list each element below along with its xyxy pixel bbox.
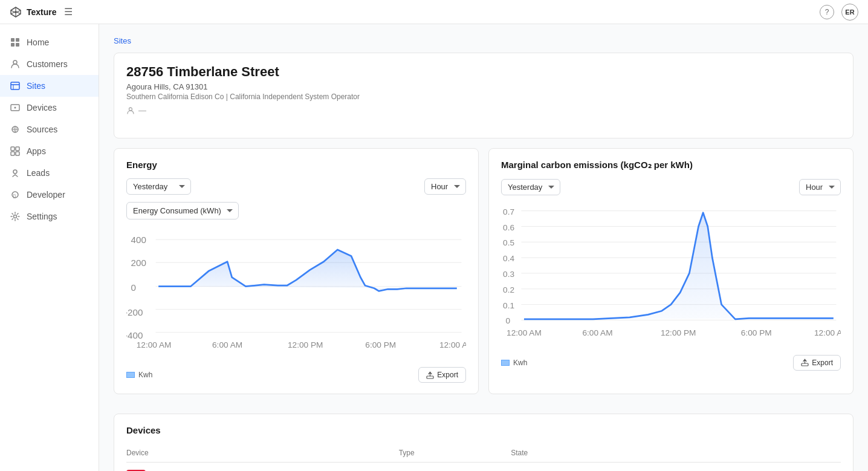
carbon-chart-legend: Kwh <box>501 359 527 367</box>
sidebar-item-customers[interactable]: Customers <box>0 53 99 75</box>
carbon-chart-title: Marginal carbon emissions (kgCO₂ per kWh… <box>501 160 841 171</box>
carbon-chart-card: Marginal carbon emissions (kgCO₂ per kWh… <box>488 148 853 394</box>
sites-icon <box>10 80 21 91</box>
svg-text:12:00 AM: 12:00 AM <box>137 340 172 349</box>
state-col-header: State <box>511 444 670 463</box>
svg-text:0.5: 0.5 <box>503 238 514 247</box>
svg-text:0.1: 0.1 <box>503 301 514 310</box>
carbon-date-select[interactable]: Yesterday Today <box>501 179 560 195</box>
devices-icon <box>10 102 21 113</box>
sidebar-item-home-label: Home <box>27 37 49 47</box>
sidebar-item-devices-label: Devices <box>27 103 57 112</box>
svg-text:200: 200 <box>131 258 146 268</box>
svg-line-4 <box>17 12 21 14</box>
energy-export-button[interactable]: Export <box>418 367 466 383</box>
carbon-export-button[interactable]: Export <box>793 355 841 371</box>
svg-point-1 <box>15 11 17 13</box>
site-title: 28756 Timberlane Street <box>126 64 841 80</box>
svg-point-24 <box>14 215 17 218</box>
svg-point-25 <box>129 108 132 111</box>
help-button[interactable]: ? <box>820 5 834 19</box>
svg-rect-11 <box>16 43 19 47</box>
sidebar-item-sources[interactable]: Sources <box>0 119 99 140</box>
energy-date-select[interactable]: Yesterday Today Last 7 days <box>126 178 191 195</box>
leads-icon <box>10 167 21 178</box>
svg-text:12:00 AM: 12:00 AM <box>439 340 466 349</box>
svg-text:0.3: 0.3 <box>503 270 514 279</box>
svg-text:0.6: 0.6 <box>503 223 514 232</box>
svg-text:0.4: 0.4 <box>503 254 514 263</box>
breadcrumb[interactable]: Sites <box>114 36 853 45</box>
user-avatar[interactable]: ER <box>841 4 858 21</box>
svg-text:0: 0 <box>131 282 136 293</box>
customers-icon <box>10 59 21 70</box>
svg-rect-18 <box>16 147 19 151</box>
energy-chart-title: Energy <box>126 160 466 170</box>
developer-icon: {} <box>10 189 21 200</box>
svg-line-7 <box>11 10 15 12</box>
sidebar-item-home[interactable]: Home <box>0 31 99 53</box>
user-icon <box>126 106 135 115</box>
main-content: Sites 28756 Timberlane Street Agoura Hil… <box>99 24 868 471</box>
sidebar-item-sites[interactable]: Sites <box>0 75 99 97</box>
svg-text:6:00 PM: 6:00 PM <box>741 328 772 337</box>
svg-rect-8 <box>11 38 15 42</box>
menu-icon[interactable]: ☰ <box>64 6 73 18</box>
svg-text:-400: -400 <box>126 330 143 340</box>
svg-rect-9 <box>16 38 19 42</box>
site-user-placeholder: — <box>138 106 146 115</box>
svg-text:12:00 AM: 12:00 AM <box>814 328 841 337</box>
home-icon <box>10 37 21 48</box>
energy-chart-legend: Kwh <box>126 371 152 379</box>
texture-logo-icon <box>10 6 22 18</box>
sidebar-item-developer[interactable]: {} Developer <box>0 184 99 206</box>
sidebar-item-sources-label: Sources <box>27 125 57 134</box>
sidebar-item-developer-label: Developer <box>27 190 65 200</box>
svg-text:{}: {} <box>13 193 16 198</box>
device-type: Battery <box>399 463 511 471</box>
energy-export-label: Export <box>437 371 458 379</box>
energy-chart-card: Energy Yesterday Today Last 7 days Hour … <box>114 148 479 394</box>
svg-text:12:00 AM: 12:00 AM <box>507 328 542 337</box>
svg-text:6:00 AM: 6:00 AM <box>212 340 242 349</box>
sidebar-item-settings[interactable]: Settings <box>0 206 99 227</box>
type-col-header: Type <box>399 444 511 463</box>
svg-rect-20 <box>16 152 19 155</box>
sidebar-item-leads[interactable]: Leads <box>0 162 99 184</box>
devices-table: Device Type State T tesla tesla:powerwal… <box>126 444 841 471</box>
svg-line-6 <box>11 12 15 14</box>
site-header-card: 28756 Timberlane Street Agoura Hills, CA… <box>114 53 853 138</box>
carbon-export-icon <box>801 359 809 366</box>
settings-icon <box>10 211 21 222</box>
site-address: Agoura Hills, CA 91301 <box>126 82 841 91</box>
sidebar-item-settings-label: Settings <box>27 212 57 221</box>
carbon-chart-area: 0.7 0.6 0.5 0.4 0.3 0.2 0.1 0 <box>501 203 841 350</box>
table-row: T tesla tesla:powerwall Battery Idle <box>126 463 841 471</box>
svg-text:-200: -200 <box>126 307 143 317</box>
charts-row: Energy Yesterday Today Last 7 days Hour … <box>114 148 853 404</box>
export-icon <box>426 371 434 379</box>
carbon-interval-select[interactable]: Hour Day <box>799 179 841 195</box>
sidebar-item-devices[interactable]: Devices <box>0 97 99 119</box>
svg-rect-17 <box>11 147 15 151</box>
sidebar-item-apps[interactable]: Apps <box>0 140 99 162</box>
app-name: Texture <box>27 7 57 17</box>
svg-point-12 <box>13 60 17 64</box>
svg-point-15 <box>15 107 16 109</box>
svg-text:6:00 PM: 6:00 PM <box>365 340 396 349</box>
svg-text:0.7: 0.7 <box>503 207 514 216</box>
sidebar: Home Customers Sites Devices Sources App… <box>0 24 99 471</box>
svg-rect-19 <box>11 152 15 155</box>
energy-legend-label: Kwh <box>138 371 152 379</box>
svg-line-3 <box>17 10 21 12</box>
apps-icon <box>10 146 21 157</box>
carbon-legend-label: Kwh <box>513 359 527 367</box>
energy-metric-select[interactable]: Energy Consumed (kWh) Energy Produced (k… <box>126 202 239 219</box>
svg-text:6:00 AM: 6:00 AM <box>582 328 612 337</box>
energy-interval-select[interactable]: Hour Day <box>424 178 466 195</box>
sidebar-item-sites-label: Sites <box>27 81 45 91</box>
device-col-header: Device <box>126 444 399 463</box>
site-user: — <box>126 106 841 115</box>
devices-title: Devices <box>126 425 841 435</box>
carbon-export-label: Export <box>812 359 833 367</box>
